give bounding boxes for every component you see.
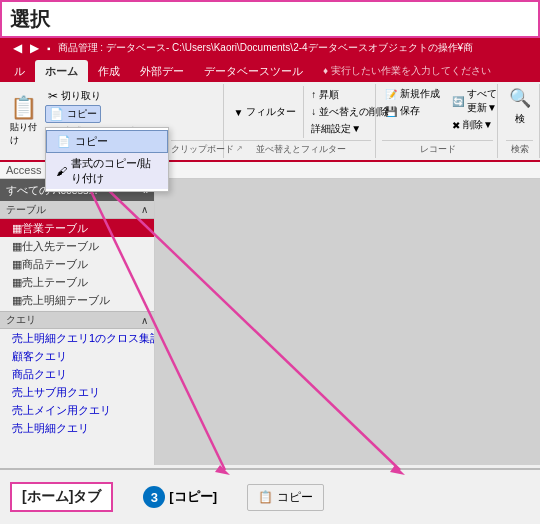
tab-external[interactable]: 外部デー [130, 60, 194, 82]
ribbon-title-bar: ◀ ▶ ▪ 商品管理 : データベース- C:\Users\Kaori\Docu… [0, 38, 540, 58]
main-content: すべての Access... « テーブル ∧ ▦ 営業テーブル ▦ 仕入先テー… [0, 179, 540, 465]
clipboard-right: ✂ 切り取り 📄 コピー 📄 コピー 🖌 書式のコピー/貼り付 [43, 86, 171, 156]
advanced-filter-button[interactable]: 詳細設定▼ [308, 121, 392, 137]
title-text: 商品管理 : データベース- C:\Users\Kaori\Documents\… [58, 41, 474, 55]
ribbon-tabs: ル ホーム 作成 外部デー データベースツール ♦ 実行したい作業を入力してくだ… [0, 58, 540, 82]
tables-list: ▦ 営業テーブル ▦ 仕入先テーブル ▦ 商品テーブル ▦ 売上テーブル ▦ 売… [0, 219, 154, 309]
nav-text: Access . [6, 164, 48, 176]
ascending-icon: ↑ 昇順 [311, 88, 339, 102]
copy-dropdown: 📄 コピー 🖌 書式のコピー/貼り付け [45, 127, 169, 192]
top-selection-bar: 選択 [0, 0, 540, 38]
dropdown-copy-label: コピー [75, 134, 108, 149]
tab-ru[interactable]: ル [4, 60, 35, 82]
table-icon3: ▦ [12, 258, 22, 271]
cut-icon: ✂ [48, 89, 58, 103]
queries-label: クエリ [6, 313, 36, 327]
paste-icon: 📋 [10, 95, 37, 121]
footer-badge-area: 3 [コピー] [143, 486, 217, 508]
selection-text: 選択 [10, 6, 50, 33]
copy-btn-label: コピー [277, 489, 313, 506]
format-icon-sm: 🖌 [56, 165, 67, 177]
footer-copy-menu-label: [コピー] [169, 488, 217, 506]
dropdown-format-label: 書式のコピー/貼り付け [71, 156, 158, 186]
cut-button[interactable]: ✂ 切り取り [45, 88, 169, 104]
sidebar-item-shiiresaki-table[interactable]: ▦ 仕入先テーブル [0, 237, 154, 255]
delete-record-button[interactable]: ✖ 削除▼ [449, 117, 500, 133]
sort-filter-label: 並べ替えとフィルター [256, 141, 346, 156]
filter-button[interactable]: ▼ フィルター [230, 104, 299, 120]
ribbon-body: 📋 貼り付け ✂ 切り取り 📄 コピー 📄 コピー [0, 82, 540, 162]
table-icon: ▦ [12, 222, 22, 235]
advanced-icon: 詳細設定▼ [311, 122, 361, 136]
records-group: 📝 新規作成 💾 保存 🔄 すべて更新▼ ✖ 削除▼ [378, 84, 498, 158]
sidebar-item-uriage-main-query[interactable]: 売上メイン用クエリ [0, 401, 154, 419]
queries-section-header: クエリ ∧ [0, 311, 154, 329]
sort-filter-group: ▼ フィルター ↑ 昇順 ↓ 並べ替えの削除 詳細設定▼ 並べ替えとフィルター [226, 84, 376, 158]
find-label: 検索 [511, 141, 529, 156]
find-button[interactable]: 🔍 検 [506, 86, 534, 127]
find-group: 🔍 検 検索 [500, 84, 540, 158]
dropdown-item-format[interactable]: 🖌 書式のコピー/貼り付け [46, 153, 168, 189]
remove-sort-button[interactable]: ↓ 並べ替えの削除 [308, 104, 392, 120]
copy-button[interactable]: 📄 コピー [45, 105, 101, 123]
find-icon: 🔍 [509, 87, 531, 109]
tables-label: テーブル [6, 203, 46, 217]
quick-save-btn[interactable]: ▪ [44, 42, 54, 55]
clipboard-group: 📋 貼り付け ✂ 切り取り 📄 コピー 📄 コピー [0, 84, 224, 158]
tables-expand-icon[interactable]: ∧ [141, 204, 148, 215]
paste-button[interactable]: 📋 貼り付け [4, 86, 43, 156]
refresh-all-button[interactable]: 🔄 すべて更新▼ [449, 86, 500, 116]
paste-label: 貼り付け [10, 121, 37, 147]
footer-copy-button[interactable]: 📋 コピー [247, 484, 324, 511]
copy-label: コピー [67, 107, 97, 121]
nav-back-btn[interactable]: ◀ [10, 40, 25, 56]
copy-btn-icon: 📋 [258, 490, 273, 504]
delete-icon: ✖ [452, 120, 460, 131]
queries-expand-icon[interactable]: ∧ [141, 315, 148, 326]
tab-create[interactable]: 作成 [88, 60, 130, 82]
sidebar-item-cross-query[interactable]: 売上明細クエリ1のクロス集計 [0, 329, 154, 347]
table-icon2: ▦ [12, 240, 22, 253]
bottom-footer: [ホーム]タブ 3 [コピー] 📋 コピー [0, 468, 540, 524]
tab-home[interactable]: ホーム [35, 60, 88, 82]
sidebar-item-kokyaku-query[interactable]: 顧客クエリ [0, 347, 154, 365]
remove-sort-icon: ↓ 並べ替えの削除 [311, 105, 389, 119]
cut-label: 切り取り [61, 89, 101, 103]
ascending-button[interactable]: ↑ 昇順 [308, 87, 392, 103]
refresh-icon: 🔄 [452, 96, 464, 107]
nav-forward-btn[interactable]: ▶ [27, 40, 42, 56]
sidebar: すべての Access... « テーブル ∧ ▦ 営業テーブル ▦ 仕入先テー… [0, 179, 155, 465]
sidebar-item-shohin-table[interactable]: ▦ 商品テーブル [0, 255, 154, 273]
tables-section-header: テーブル ∧ [0, 201, 154, 219]
sidebar-item-uriage-meisai-table[interactable]: ▦ 売上明細テーブル [0, 291, 154, 309]
table-icon5: ▦ [12, 294, 22, 307]
sidebar-item-uriage-sub-query[interactable]: 売上サブ用クエリ [0, 383, 154, 401]
footer-badge-number: 3 [143, 486, 165, 508]
dropdown-item-copy[interactable]: 📄 コピー [46, 130, 168, 153]
sidebar-item-uriage-meisai-query[interactable]: 売上明細クエリ [0, 419, 154, 437]
table-icon4: ▦ [12, 276, 22, 289]
filter-icon: ▼ [233, 107, 243, 118]
sidebar-item-shohin-query[interactable]: 商品クエリ [0, 365, 154, 383]
sidebar-item-uriage-table[interactable]: ▦ 売上テーブル [0, 273, 154, 291]
copy-dropdown-wrapper: 📄 コピー 📄 コピー 🖌 書式のコピー/貼り付け [45, 105, 169, 123]
right-main-area [155, 179, 540, 465]
footer-home-tab-label: [ホーム]タブ [10, 482, 113, 512]
records-label: レコード [420, 141, 456, 156]
tab-search[interactable]: ♦ 実行したい作業を入力してください [313, 60, 501, 82]
tab-database-tools[interactable]: データベースツール [194, 60, 313, 82]
queries-list: 売上明細クエリ1のクロス集計 顧客クエリ 商品クエリ 売上サブ用クエリ 売上メイ… [0, 329, 154, 437]
clipboard-group-label: クリップボード [171, 141, 234, 156]
sidebar-item-eigyo-table[interactable]: ▦ 営業テーブル [0, 219, 154, 237]
copy-icon: 📄 [49, 107, 64, 121]
copy-icon-sm: 📄 [57, 135, 71, 148]
